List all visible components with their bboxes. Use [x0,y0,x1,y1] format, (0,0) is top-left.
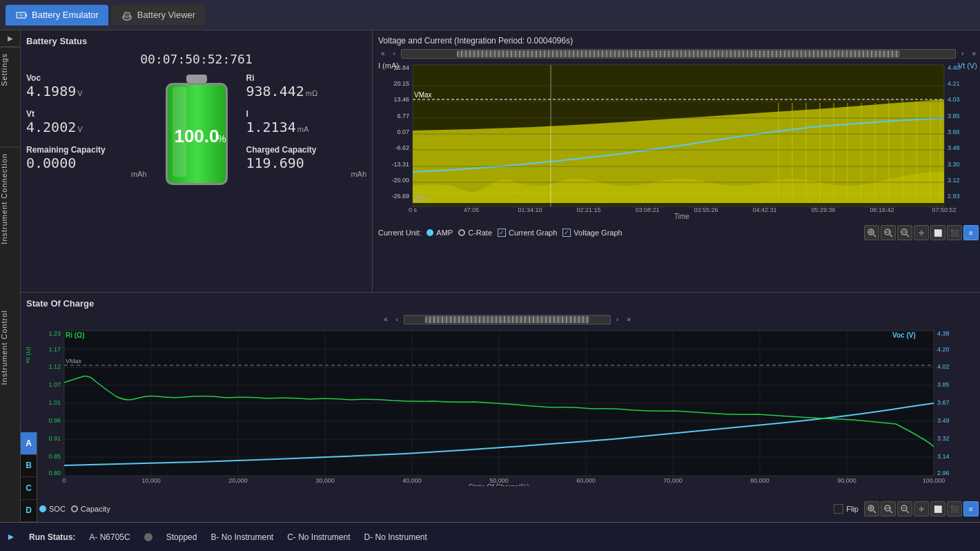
voc-value: 4.1989 [26,83,76,99]
svg-text:70,000: 70,000 [663,477,683,484]
svg-rect-6 [186,75,207,83]
svg-text:100.0: 100.0 [174,126,219,146]
status-indicator-a [144,533,153,541]
fit-all-button[interactable]: ✛ [914,225,929,240]
bottom-panels: State Of Charge « ‹ › » [21,293,980,522]
run-status-label: Run Status: [29,532,75,542]
zoom-out-button[interactable] [881,225,896,240]
capacity-label: Capacity [81,505,110,513]
tab-battery-viewer[interactable]: Battery Viewer [111,5,205,26]
instrument-a: A- N6705C [89,532,130,542]
soc-zoom-reset-button[interactable] [897,501,912,516]
svg-text:6.77: 6.77 [397,113,409,119]
soc-scroll-bar[interactable] [404,315,611,325]
capacity-radio[interactable]: Capacity [71,505,110,513]
soc-fit-width-button[interactable]: ⬜ [930,501,945,516]
remaining-capacity-value: 0.0000 [26,155,76,171]
zoom-in-button[interactable] [864,225,879,240]
remaining-capacity-group: Remaining Capacity 0.0000 mAh [26,145,147,178]
battery-icon: 100.0 % [162,73,231,194]
svg-line-133 [874,511,876,514]
abcd-label-d[interactable]: D [21,500,37,523]
voltage-graph-check[interactable]: ✓ Voltage Graph [562,229,622,237]
soc-zoom-out-button[interactable] [881,501,896,516]
svg-text:0.85: 0.85 [48,453,61,460]
top-panels: Battery Status 00:07:50:52:761 Voc 4.198… [21,30,980,293]
svg-text:1.01: 1.01 [48,399,61,406]
svg-text:0.91: 0.91 [48,435,61,442]
svg-text:01:34:10: 01:34:10 [518,206,542,213]
svg-text:03:55:26: 03:55:26 [694,206,718,213]
scroll-left[interactable]: ‹ [391,48,398,59]
i-unit: mA [297,125,309,133]
soc-fit-height-button[interactable]: ⬛ [947,501,962,516]
abcd-label-a[interactable]: A [21,432,37,455]
soc-radio-dot [39,505,46,512]
flip-label: Flip [846,505,859,513]
abcd-label-c[interactable]: C [21,477,37,500]
soc-panel: State Of Charge « ‹ › » [21,293,980,522]
amp-label: AMP [436,229,453,237]
amp-radio[interactable]: AMP [427,229,453,237]
timer-display: 00:07:50:52:761 [26,52,366,66]
svg-text:VMax: VMax [66,358,82,365]
svg-text:4.38: 4.38 [937,330,950,337]
sidebar-settings[interactable]: Settings [0,47,20,92]
charged-capacity-label: Charged Capacity [246,145,367,155]
voltage-graph-label: Voltage Graph [574,229,622,237]
svg-text:4.21: 4.21 [948,80,960,87]
fit-width-button[interactable]: ⬜ [930,225,945,240]
soc-scroll-right-far[interactable]: » [624,314,634,325]
svg-text:-6.62: -6.62 [395,144,409,151]
scroll-right-far[interactable]: » [969,48,979,59]
zoom-reset-button[interactable] [897,225,912,240]
soc-mode-button[interactable]: ≡ [963,501,979,516]
svg-text:0 s: 0 s [409,206,418,213]
svg-text:2.93: 2.93 [948,193,960,200]
svg-text:1.23: 1.23 [48,330,61,337]
run-status-bar: Run Status: A- N6705C Stopped B- No Inst… [0,522,980,551]
svg-text:3.48: 3.48 [948,144,960,151]
soc-fit-all-button[interactable]: ✛ [914,501,929,516]
abcd-label-b[interactable]: B [21,455,37,478]
crate-radio[interactable]: C-Rate [458,229,492,237]
soc-scroll-right[interactable]: › [614,314,621,325]
svg-text:60,000: 60,000 [576,477,596,484]
svg-text:03:08:21: 03:08:21 [635,206,659,213]
ri-group: Ri 938.442mΩ [246,73,367,99]
sidebar-collapse-arrow[interactable]: ▶ [0,30,21,47]
soc-chart-controls: X: SOC Capacity Flip [26,501,979,516]
svg-text:04:42:31: 04:42:31 [752,206,776,213]
battery-status-title: Battery Status [26,36,366,46]
scroll-right[interactable]: › [959,48,966,59]
soc-zoom-in-button[interactable] [864,501,879,516]
chart-mode-button[interactable]: ≡ [963,225,979,240]
scroll-left-far[interactable]: « [378,48,388,59]
soc-panel-title: State Of Charge [26,298,979,309]
vt-value: 4.2002 [26,119,76,135]
soc-label: SOC [49,505,66,513]
svg-text:20.15: 20.15 [393,80,409,87]
current-graph-check[interactable]: ✓ Current Graph [498,229,557,237]
y-left-label-voltage: I (mA) [378,61,399,70]
vt-unit: V [77,125,82,133]
svg-text:IMin: IMin [414,195,427,202]
sidebar-instrument-control[interactable]: Instrument Control [0,304,20,390]
tab-battery-emulator[interactable]: Battery Emulator [6,5,108,26]
sidebar-instrument-connection[interactable]: Instrument Connection [0,147,20,250]
flip-checkbox[interactable] [834,504,843,514]
svg-text:-26.69: -26.69 [391,193,409,200]
voc-unit: V [77,89,82,97]
soc-scroll-left-far[interactable]: « [381,314,391,325]
run-status-arrow [7,533,15,541]
soc-scroll-left[interactable]: ‹ [393,314,401,325]
voltage-scroll-bar[interactable] [401,49,956,59]
remaining-capacity-label: Remaining Capacity [26,145,147,155]
fit-height-button[interactable]: ⬛ [947,225,962,240]
svg-text:4.20: 4.20 [937,346,950,353]
svg-text:0.80: 0.80 [48,470,61,476]
svg-text:13.46: 13.46 [393,96,409,103]
voltage-chart-container: I (mA) Vt (V) [378,61,979,222]
soc-radio[interactable]: SOC [39,505,66,513]
svg-text:Ri (Ω): Ri (Ω) [66,331,84,339]
